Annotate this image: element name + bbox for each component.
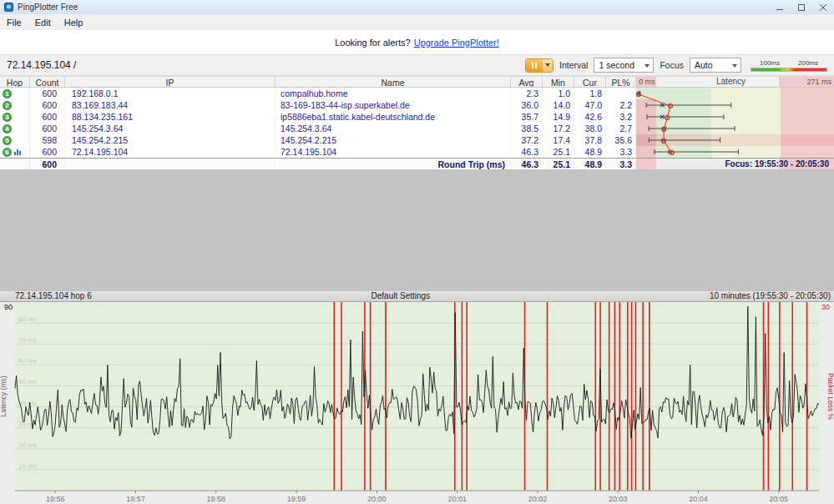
- svg-text:19:59: 19:59: [287, 495, 306, 503]
- timeline-graph-area[interactable]: 10 ms20 ms30 ms40 ms50 ms60 ms70 ms80 ms…: [0, 302, 834, 504]
- legend-100ms: 100ms: [760, 59, 780, 67]
- col-header-name[interactable]: Name: [275, 76, 511, 88]
- menu-help[interactable]: Help: [58, 16, 90, 29]
- svg-text:30: 30: [821, 303, 830, 311]
- menu-bar: File Edit Help: [0, 14, 834, 30]
- hop-cell: 4: [0, 123, 30, 134]
- latency-title: Latency: [716, 76, 746, 88]
- cur-cell: 42.6: [574, 111, 606, 123]
- table-header-row: Hop Count IP Name Avg Min Cur PL% 0 ms L…: [0, 76, 834, 88]
- maximize-button[interactable]: [791, 0, 812, 14]
- name-cell: 83-169-183-44-isp.superkabel.de: [275, 99, 511, 111]
- upgrade-link[interactable]: Upgrade PingPlotter!: [414, 38, 499, 48]
- focus-select[interactable]: Auto: [690, 58, 741, 73]
- latency-scale-min: 0 ms: [639, 76, 655, 88]
- min-cell: 1.0: [543, 88, 574, 99]
- table-row[interactable]: 4 600 145.254.3.64 145.254.3.64 38.5 17.…: [0, 123, 834, 134]
- col-header-min[interactable]: Min: [543, 76, 574, 88]
- pause-button[interactable]: [525, 58, 553, 73]
- col-header-cur[interactable]: Cur: [574, 76, 606, 88]
- min-cell: 17.2: [543, 123, 574, 134]
- interval-select[interactable]: 1 second: [594, 58, 654, 73]
- name-cell: 145.254.2.215: [275, 134, 511, 146]
- target-bar: 72.14.195.104 / Interval 1 second Focus …: [0, 54, 834, 76]
- focus-value: Auto: [695, 60, 713, 70]
- hop-number-badge: 4: [3, 124, 12, 134]
- pl-cell: 35.6: [606, 134, 636, 146]
- focus-range-text: Focus: 19:55:30 - 20:05:30: [636, 158, 834, 169]
- table-row[interactable]: 5 598 145.254.2.215 145.254.2.215 37.2 1…: [0, 134, 834, 146]
- svg-text:20:01: 20:01: [447, 495, 467, 503]
- pl-cell: [606, 88, 636, 99]
- summary-row: 600 Round Trip (ms) 46.3 25.1 48.9 3.3 F…: [0, 158, 834, 169]
- summary-count: 600: [30, 158, 65, 169]
- ip-cell: 145.254.3.64: [65, 123, 275, 134]
- focus-label: Focus: [660, 60, 684, 70]
- svg-text:70 ms: 70 ms: [18, 336, 37, 344]
- menu-file[interactable]: File: [0, 16, 28, 29]
- svg-text:40 ms: 40 ms: [18, 400, 37, 407]
- latency-cell: [636, 111, 834, 123]
- pingplotter-window: PingPlotter Free File Edit Help Looking …: [0, 0, 834, 504]
- latency-cell: [636, 123, 834, 134]
- svg-text:Latency (ms): Latency (ms): [0, 375, 8, 416]
- hop-cell: 6: [0, 146, 30, 158]
- pause-dropdown[interactable]: [543, 59, 553, 72]
- svg-text:20:02: 20:02: [528, 495, 548, 503]
- summary-cur: 48.9: [574, 158, 606, 169]
- count-cell: 600: [30, 146, 65, 158]
- hop-cell: 3: [0, 111, 30, 123]
- col-header-pl[interactable]: PL%: [606, 76, 636, 88]
- hop-number-badge: 3: [3, 113, 12, 122]
- col-header-ip[interactable]: IP: [65, 76, 275, 88]
- avg-cell: 2.3: [511, 88, 543, 99]
- graphed-hop-icon: [13, 148, 22, 156]
- latency-mini-graph: [636, 99, 834, 111]
- avg-cell: 37.2: [511, 134, 543, 146]
- table-row[interactable]: 1 600 192.168.0.1 compalhub.home 2.3 1.0…: [0, 88, 834, 99]
- latency-mini-graph: [636, 123, 834, 134]
- ip-cell: 72.14.195.104: [65, 146, 275, 158]
- banner-text: Looking for alerts?: [335, 38, 411, 48]
- pl-cell: 3.2: [606, 111, 636, 123]
- svg-text:Packet Loss %: Packet Loss %: [826, 373, 834, 421]
- col-header-latency[interactable]: 0 ms Latency 271 ms: [636, 76, 834, 88]
- col-header-hop[interactable]: Hop: [0, 76, 30, 88]
- svg-text:60 ms: 60 ms: [18, 357, 37, 365]
- latency-cell: [636, 146, 834, 158]
- summary-hop-cell: [0, 158, 30, 169]
- timeline-svg[interactable]: 10 ms20 ms30 ms40 ms50 ms60 ms70 ms80 ms…: [0, 302, 834, 504]
- menu-edit[interactable]: Edit: [28, 16, 58, 29]
- latency-cell: [636, 99, 834, 111]
- cur-cell: 37.8: [574, 134, 606, 146]
- interval-value: 1 second: [599, 60, 634, 70]
- latency-scale-max: 271 ms: [806, 76, 831, 88]
- timeline-header[interactable]: 72.14.195.104 hop 6 Default Settings 10 …: [0, 291, 834, 302]
- min-cell: 25.1: [543, 146, 574, 158]
- hop-cell: 2: [0, 99, 30, 111]
- title-bar[interactable]: PingPlotter Free: [0, 0, 834, 14]
- pause-icon[interactable]: [526, 59, 543, 72]
- summary-ip-cell: [65, 158, 275, 169]
- min-cell: 17.4: [543, 134, 574, 146]
- table-row[interactable]: 3 600 88.134.235.161 ip5886eba1.static.k…: [0, 111, 834, 123]
- col-header-avg[interactable]: Avg: [511, 76, 543, 88]
- close-button[interactable]: [812, 0, 834, 14]
- col-header-count[interactable]: Count: [30, 76, 65, 88]
- trace-controls: Interval 1 second Focus Auto 100ms 200ms: [525, 58, 827, 73]
- svg-text:20 ms: 20 ms: [18, 441, 37, 449]
- ip-cell: 192.168.0.1: [65, 88, 275, 99]
- minimize-button[interactable]: [769, 0, 791, 14]
- timeline-settings-label: Default Settings: [92, 291, 710, 301]
- count-cell: 600: [30, 111, 65, 123]
- legend-200ms: 200ms: [798, 59, 818, 67]
- window-title: PingPlotter Free: [18, 3, 78, 12]
- latency-mini-graph: [636, 134, 834, 146]
- table-row[interactable]: 2 600 83.169.183.44 83-169-183-44-isp.su…: [0, 99, 834, 111]
- hop-number-badge: 1: [3, 89, 12, 98]
- latency-color-legend: 100ms 200ms: [751, 59, 827, 72]
- table-row[interactable]: 6 600 72.14.195.104 72.14.195.104 46.3 2…: [0, 146, 834, 158]
- svg-text:50 ms: 50 ms: [18, 378, 37, 386]
- window-controls: [769, 0, 834, 14]
- pl-cell: 2.7: [606, 123, 636, 134]
